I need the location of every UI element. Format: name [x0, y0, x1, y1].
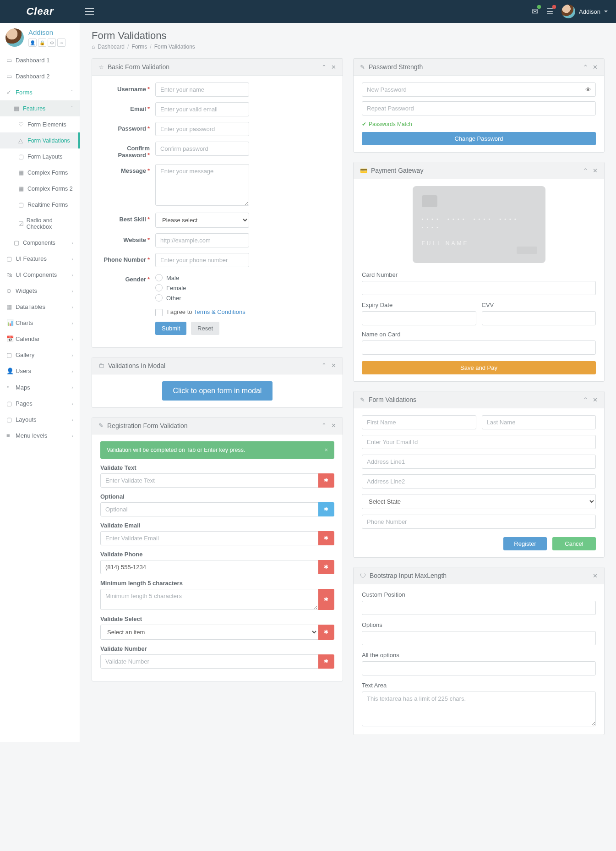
options-input[interactable]: [362, 631, 596, 645]
eye-icon[interactable]: 👁: [585, 86, 591, 93]
profile-user-icon[interactable]: 👤: [28, 38, 37, 47]
sidebar-item[interactable]: ▦Features˅: [0, 100, 80, 116]
sidebar-item[interactable]: ▭Dashboard 1: [0, 52, 80, 68]
state-select[interactable]: Select State: [362, 494, 596, 509]
phone-input[interactable]: [155, 253, 249, 267]
website-input[interactable]: [155, 233, 249, 247]
alert-close-icon[interactable]: ×: [325, 447, 328, 453]
message-textarea[interactable]: [155, 164, 249, 206]
caret-down-icon: [604, 11, 608, 12]
save-pay-button[interactable]: Save and Pay: [362, 361, 596, 374]
sidebar-profile-name[interactable]: Addison: [28, 28, 65, 36]
submit-button[interactable]: Submit: [155, 322, 186, 335]
collapse-icon[interactable]: ⌃: [583, 64, 588, 71]
sidebar-item[interactable]: ⊙Widgets›: [0, 283, 80, 299]
user-menu[interactable]: Addison: [561, 5, 608, 18]
profile-lock-icon[interactable]: 🔒: [38, 38, 46, 47]
sidebar-item[interactable]: 📊Charts›: [0, 315, 80, 331]
custom-position-input[interactable]: [362, 601, 596, 615]
sidebar-item[interactable]: ▭Dashboard 2: [0, 68, 80, 84]
profile-gear-icon[interactable]: ⚙: [48, 38, 56, 47]
confirm-password-input[interactable]: [155, 142, 249, 156]
nav-label: Calendar: [16, 335, 40, 342]
collapse-icon[interactable]: ⌃: [583, 167, 588, 174]
agree-checkbox[interactable]: [155, 309, 163, 316]
card-number-input[interactable]: [362, 281, 596, 295]
all-options-input[interactable]: [362, 661, 596, 675]
fv-phone-input[interactable]: [362, 515, 596, 529]
validate-number-input[interactable]: [100, 654, 318, 669]
gender-female-radio[interactable]: Female: [155, 283, 249, 293]
sidebar-item[interactable]: ▢Components›: [0, 235, 80, 251]
skill-select[interactable]: Please select: [155, 213, 249, 228]
min5-textarea[interactable]: [100, 589, 318, 610]
panel-title: Registration Form Validation: [107, 422, 188, 429]
register-button[interactable]: Register: [503, 537, 547, 550]
reset-button[interactable]: Reset: [191, 322, 219, 335]
sidebar-item[interactable]: ✓Forms˅: [0, 84, 80, 100]
sidebar-item[interactable]: ▢UI Features›: [0, 251, 80, 267]
close-icon[interactable]: ✕: [593, 167, 598, 174]
breadcrumb-item[interactable]: Dashboard: [98, 44, 125, 50]
close-icon[interactable]: ✕: [593, 396, 598, 403]
sidebar-item[interactable]: 📅Calendar›: [0, 331, 80, 347]
sidebar-item[interactable]: ⌖Maps›: [0, 379, 80, 395]
close-icon[interactable]: ✕: [593, 64, 598, 71]
email-input[interactable]: [155, 102, 249, 116]
fv-email-input[interactable]: [362, 435, 596, 449]
maxlength-textarea[interactable]: [362, 692, 596, 726]
collapse-icon[interactable]: ⌃: [583, 396, 588, 403]
home-icon[interactable]: ⌂: [92, 44, 95, 50]
sidebar-item[interactable]: ▢Form Layouts: [0, 148, 80, 165]
sidebar-item[interactable]: 👤Users›: [0, 363, 80, 379]
address1-input[interactable]: [362, 455, 596, 469]
gender-male-radio[interactable]: Male: [155, 273, 249, 283]
collapse-icon[interactable]: ⌃: [322, 64, 327, 71]
sidebar-item[interactable]: ▦Complex Forms 2: [0, 181, 80, 197]
username-input[interactable]: [155, 82, 249, 97]
validate-email-input[interactable]: [100, 531, 318, 545]
gender-other-radio[interactable]: Other: [155, 293, 249, 303]
sidebar-item[interactable]: ▢Gallery›: [0, 347, 80, 363]
address2-input[interactable]: [362, 474, 596, 489]
collapse-icon[interactable]: ⌃: [322, 362, 327, 369]
tasks-icon[interactable]: ☰: [546, 7, 553, 16]
cvv-input[interactable]: [482, 311, 596, 325]
breadcrumb-item[interactable]: Forms: [131, 44, 147, 50]
sidebar-item[interactable]: ≡Menu levels›: [0, 428, 80, 444]
panel-payment-gateway: 💳 Payment Gateway ⌃✕ • • • •• • • •• • •…: [353, 162, 605, 382]
brand-logo[interactable]: Clear: [0, 5, 80, 17]
sidebar-item[interactable]: ▢Layouts›: [0, 412, 80, 428]
sidebar-item[interactable]: ▢Realtime Forms: [0, 197, 80, 213]
sidebar-item[interactable]: ▦Complex Forms: [0, 165, 80, 181]
sidebar-item[interactable]: △Form Validations: [0, 132, 80, 148]
password-input[interactable]: [155, 122, 249, 136]
name-on-card-input[interactable]: [362, 340, 596, 355]
validate-text-input[interactable]: [100, 473, 318, 488]
change-password-button[interactable]: Change Password: [362, 132, 596, 145]
close-icon[interactable]: ✕: [331, 362, 336, 369]
profile-logout-icon[interactable]: ⇥: [57, 38, 65, 47]
mail-icon[interactable]: ✉: [532, 7, 538, 16]
close-icon[interactable]: ✕: [331, 64, 336, 71]
first-name-input[interactable]: [362, 415, 476, 429]
validate-phone-input[interactable]: [100, 560, 318, 574]
sidebar-item[interactable]: ▦DataTables›: [0, 299, 80, 315]
open-modal-button[interactable]: Click to open form in modal: [162, 381, 273, 401]
sidebar-item[interactable]: ☑Radio and Checkbox: [0, 213, 80, 235]
new-password-input[interactable]: [362, 82, 596, 97]
repeat-password-input[interactable]: [362, 101, 596, 115]
sidebar-item[interactable]: ▢Pages›: [0, 395, 80, 412]
cancel-button[interactable]: Cancel: [552, 537, 596, 550]
close-icon[interactable]: ✕: [331, 422, 336, 429]
sidebar-item[interactable]: ♡Form Elements: [0, 116, 80, 132]
collapse-icon[interactable]: ⌃: [322, 422, 327, 429]
expiry-input[interactable]: [362, 311, 476, 325]
menu-toggle-icon[interactable]: [85, 8, 94, 15]
terms-link[interactable]: Terms & Conditions: [194, 308, 245, 315]
last-name-input[interactable]: [482, 415, 596, 429]
close-icon[interactable]: ✕: [593, 572, 598, 579]
sidebar-item[interactable]: 🛍UI Components›: [0, 267, 80, 283]
validate-select[interactable]: Select an item: [100, 625, 318, 640]
optional-input[interactable]: [100, 502, 318, 516]
